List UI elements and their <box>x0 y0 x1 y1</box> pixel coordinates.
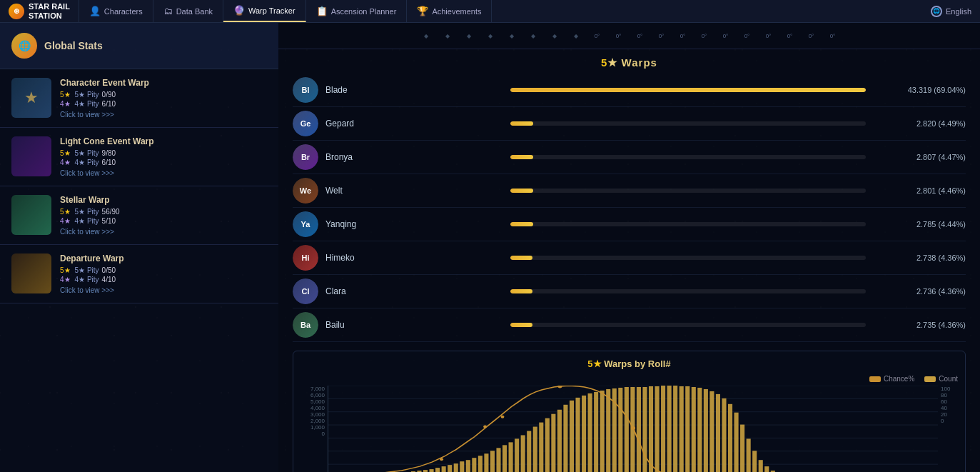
star4-icon-departure: 4★ <box>60 276 71 283</box>
warp-thumb-lc <box>11 136 51 176</box>
char-avatar-inner: Cl <box>293 278 318 304</box>
nav-items: 👤 Characters 🗂 Data Bank 🔮 Warp Tracker … <box>79 0 922 22</box>
nav-characters[interactable]: 👤 Characters <box>79 0 153 22</box>
legend-count-label: Count <box>939 375 958 383</box>
chart-svg <box>328 386 938 472</box>
char-bar-wrap <box>510 256 866 260</box>
svg-rect-35 <box>502 445 507 472</box>
pity-val-5star-stellar: 56/90 <box>102 208 120 216</box>
icon-cell: 0° <box>801 27 822 44</box>
star5-icon-lc: 5★ <box>60 149 71 157</box>
char-stat: 2.807 (4.47%) <box>873 153 966 161</box>
pity-label-4star-lc: 4★ Pity <box>75 159 99 166</box>
char-name: Yanqing <box>325 219 503 229</box>
global-stats-title: Global Stats <box>44 40 103 51</box>
svg-rect-28 <box>460 461 464 472</box>
char-row[interactable]: Ba Bailu 2.735 (4.36%) <box>293 308 966 342</box>
warp-card-stellar[interactable]: Stellar Warp 5★ 5★ Pity 56/90 4★ 4★ Pity… <box>0 186 278 245</box>
icon-cell: 0° <box>651 27 672 44</box>
svg-rect-30 <box>472 458 476 472</box>
click-view-stellar[interactable]: Click to view >>> <box>60 228 267 236</box>
svg-rect-75 <box>747 438 751 472</box>
svg-rect-50 <box>594 392 598 472</box>
char-row[interactable]: Bl Blade 43.319 (69.04%) <box>293 74 966 107</box>
nav-databank-label: Data Bank <box>176 7 213 16</box>
svg-point-106 <box>501 416 505 418</box>
nav-achievements-label: Achievements <box>432 7 481 16</box>
char-avatar: Ya <box>293 211 318 237</box>
nav-warptracker[interactable]: 🔮 Warp Tracker <box>223 0 306 22</box>
warp-info-stellar: Stellar Warp 5★ 5★ Pity 56/90 4★ 4★ Pity… <box>60 195 267 236</box>
char-bar <box>510 155 533 159</box>
char-stat: 2.738 (4.36%) <box>873 253 966 262</box>
click-view-lc[interactable]: Click to view >>> <box>60 169 267 177</box>
legend-chance-label: Chance% <box>884 375 914 383</box>
svg-rect-33 <box>490 451 495 472</box>
warp-card-departure[interactable]: Departure Warp 5★ 5★ Pity 0/50 4★ 4★ Pit… <box>0 245 278 303</box>
svg-rect-69 <box>709 391 714 472</box>
pity-label-4star-departure: 4★ Pity <box>75 276 99 283</box>
language-switcher[interactable]: 🌐 English <box>922 6 980 17</box>
svg-rect-36 <box>509 442 513 472</box>
icon-cell: 0° <box>779 27 801 44</box>
char-avatar: Ba <box>293 312 318 338</box>
char-bar-wrap <box>510 222 866 226</box>
svg-rect-49 <box>588 393 592 472</box>
char-row[interactable]: Ge Gepard 2.820 (4.49%) <box>293 107 966 141</box>
nav-databank[interactable]: 🗂 Data Bank <box>153 0 223 22</box>
star5-icon-char: 5★ <box>60 91 71 99</box>
char-bar <box>510 256 532 260</box>
svg-rect-34 <box>496 448 500 472</box>
chart-title: 5★ Warps by Roll# <box>300 358 958 369</box>
logo-area[interactable]: ⊛ STAR RAILSTATION <box>0 0 79 22</box>
icon-cell: 0° <box>587 27 608 44</box>
svg-rect-32 <box>484 453 488 472</box>
click-view-char[interactable]: Click to view >>> <box>60 111 267 119</box>
star5-icon-departure: 5★ <box>60 266 71 274</box>
svg-rect-70 <box>716 394 720 472</box>
warp-info-char: Character Event Warp 5★ 5★ Pity 0/90 4★ … <box>60 78 267 119</box>
char-row[interactable]: We Welt 2.801 (4.46%) <box>293 174 966 208</box>
main-content: ◆ ◆ ◆ ◆ ◆ ◆ ◆ ◆ 0° 0° 0° 0° 0° 0° 0° 0° … <box>278 23 980 472</box>
nav-achievements[interactable]: 🏆 Achievements <box>407 0 492 22</box>
char-stat: 2.801 (4.46%) <box>873 186 966 195</box>
char-row[interactable]: Cl Clara 2.736 (4.36%) <box>293 275 966 308</box>
chart-star: 5★ <box>587 358 601 369</box>
icon-cell: 0° <box>715 27 737 44</box>
svg-rect-38 <box>521 435 525 472</box>
char-avatar-inner: Hi <box>293 245 318 271</box>
svg-rect-25 <box>442 466 446 472</box>
svg-point-102 <box>557 386 562 388</box>
char-bar <box>510 121 533 126</box>
char-name: Gepard <box>325 119 503 129</box>
warptracker-icon: 🔮 <box>233 5 245 16</box>
nav-warptracker-label: Warp Tracker <box>248 6 295 15</box>
nav-ascension[interactable]: 📋 Ascension Planner <box>306 0 408 22</box>
svg-rect-62 <box>667 386 672 472</box>
char-row[interactable]: Br Bronya 2.807 (4.47%) <box>293 141 966 174</box>
click-view-departure[interactable]: Click to view >>> <box>60 286 267 294</box>
pity-label-5star-departure: 5★ Pity <box>75 266 99 274</box>
sidebar: 🌐 Global Stats Character Event Warp 5★ 5… <box>0 23 278 472</box>
icon-cell: ◆ <box>501 27 522 44</box>
warp-info-departure: Departure Warp 5★ 5★ Pity 0/50 4★ 4★ Pit… <box>60 253 267 294</box>
warp-card-lc[interactable]: Light Cone Event Warp 5★ 5★ Pity 9/80 4★… <box>0 128 278 186</box>
icon-cell: 0° <box>822 27 844 44</box>
pity-row-4star-departure: 4★ 4★ Pity 4/10 <box>60 276 267 283</box>
pity-row-5star-char: 5★ 5★ Pity 0/90 <box>60 91 267 99</box>
icon-cell: ◆ <box>437 27 458 44</box>
svg-rect-43 <box>551 414 555 472</box>
char-row[interactable]: Hi Himeko 2.738 (4.36%) <box>293 241 966 275</box>
svg-rect-44 <box>557 410 562 472</box>
pity-label-4star-stellar: 4★ Pity <box>75 217 99 225</box>
warp-card-char[interactable]: Character Event Warp 5★ 5★ Pity 0/90 4★ … <box>0 69 278 128</box>
legend-count: Count <box>924 375 958 383</box>
characters-icon: 👤 <box>89 6 101 16</box>
icon-cell: 0° <box>737 27 758 44</box>
char-row[interactable]: Ya Yanqing 2.785 (4.44%) <box>293 208 966 241</box>
icon-cell: 0° <box>694 27 715 44</box>
char-bar-wrap <box>510 155 866 159</box>
icon-cell: ◆ <box>522 27 544 44</box>
char-avatar-inner: Bl <box>293 77 318 103</box>
legend-count-swatch <box>924 376 936 382</box>
